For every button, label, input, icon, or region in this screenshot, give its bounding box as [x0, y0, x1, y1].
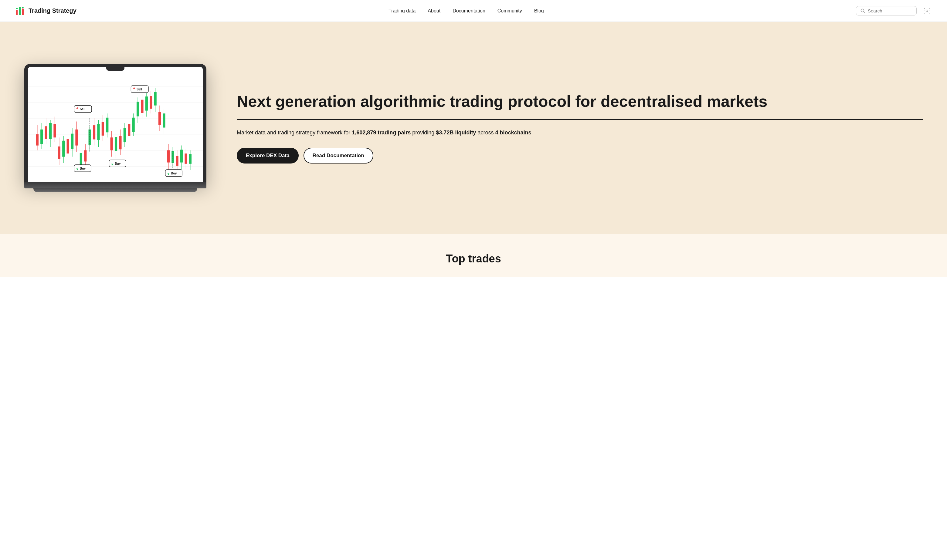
nav-link-blog[interactable]: Blog	[534, 8, 544, 14]
svg-rect-47	[106, 118, 108, 132]
search-input[interactable]	[868, 8, 912, 13]
svg-rect-4	[22, 7, 24, 8]
svg-rect-53	[119, 136, 122, 149]
theme-toggle-button[interactable]	[921, 5, 932, 16]
svg-rect-67	[149, 96, 152, 109]
svg-rect-61	[137, 102, 139, 117]
svg-rect-71	[159, 112, 161, 125]
nav-right	[856, 5, 932, 16]
svg-rect-43	[97, 124, 100, 140]
svg-rect-37	[84, 150, 86, 162]
svg-rect-1	[16, 8, 18, 9]
logo-link[interactable]: Trading Strategy	[15, 5, 77, 16]
trading-pairs-link[interactable]: 1,602,879 trading pairs	[352, 129, 411, 135]
hero-title: Next generation algorithmic trading prot…	[237, 92, 923, 111]
svg-rect-69	[154, 92, 157, 105]
hero-content: Next generation algorithmic trading prot…	[225, 92, 923, 164]
svg-rect-41	[93, 125, 95, 139]
navbar: Trading Strategy Trading data About Docu…	[0, 0, 947, 22]
svg-text:Sell: Sell	[80, 108, 85, 111]
svg-rect-79	[176, 156, 179, 166]
svg-rect-75	[167, 150, 170, 162]
logo-icon	[15, 5, 26, 16]
svg-rect-85	[189, 154, 191, 164]
hero-buttons: Explore DEX Data Read Documentation	[237, 148, 923, 163]
svg-rect-25	[58, 146, 60, 159]
hero-description: Market data and trading strategy framewo…	[237, 128, 923, 137]
explore-dex-button[interactable]: Explore DEX Data	[237, 148, 299, 163]
svg-point-7	[926, 10, 928, 12]
svg-rect-3	[22, 9, 24, 15]
nav-link-trading-data[interactable]: Trading data	[388, 8, 416, 14]
svg-rect-77	[171, 151, 174, 163]
search-box[interactable]	[856, 6, 917, 15]
svg-rect-55	[123, 128, 126, 143]
svg-rect-49	[111, 137, 113, 150]
svg-rect-73	[163, 114, 165, 128]
nav-link-documentation[interactable]: Documentation	[453, 8, 485, 14]
svg-text:Buy: Buy	[115, 162, 121, 165]
chart-svg: Sell Sell Buy	[28, 67, 203, 182]
svg-rect-45	[102, 122, 104, 135]
top-trades-title: Top trades	[24, 252, 923, 265]
top-trades-section: Top trades	[0, 234, 947, 277]
svg-rect-0	[16, 10, 18, 15]
liquidity-link[interactable]: $3.72B liquidity	[436, 129, 476, 135]
svg-rect-81	[180, 149, 183, 162]
svg-text:Buy: Buy	[80, 167, 86, 170]
svg-rect-15	[36, 134, 38, 146]
svg-rect-29	[67, 139, 69, 154]
search-icon	[861, 9, 865, 13]
svg-rect-65	[145, 97, 148, 111]
svg-rect-2	[19, 7, 21, 15]
svg-rect-59	[132, 118, 135, 132]
svg-rect-83	[185, 154, 187, 164]
svg-rect-17	[40, 129, 43, 144]
nav-links: Trading data About Documentation Communi…	[388, 8, 544, 14]
hero-section: Sell Sell Buy	[0, 22, 947, 234]
svg-rect-33	[75, 129, 78, 146]
read-documentation-button[interactable]: Read Documentation	[303, 148, 373, 163]
svg-rect-21	[49, 123, 52, 139]
blockchains-link[interactable]: 4 blockchains	[495, 129, 531, 135]
svg-line-6	[864, 12, 865, 13]
svg-rect-27	[62, 141, 65, 157]
nav-link-about[interactable]: About	[428, 8, 440, 14]
svg-rect-31	[71, 134, 74, 149]
gear-icon	[924, 8, 930, 14]
hero-laptop-illustration: Sell Sell Buy	[24, 64, 206, 192]
svg-text:Buy: Buy	[171, 171, 177, 175]
hero-divider	[237, 119, 923, 120]
logo-text: Trading Strategy	[29, 7, 77, 14]
svg-rect-35	[80, 153, 82, 165]
svg-rect-57	[128, 124, 130, 136]
svg-rect-23	[54, 124, 56, 137]
svg-rect-19	[45, 126, 47, 139]
laptop-screen: Sell Sell Buy	[28, 67, 203, 182]
svg-text:Sell: Sell	[137, 88, 142, 91]
nav-link-community[interactable]: Community	[497, 8, 522, 14]
